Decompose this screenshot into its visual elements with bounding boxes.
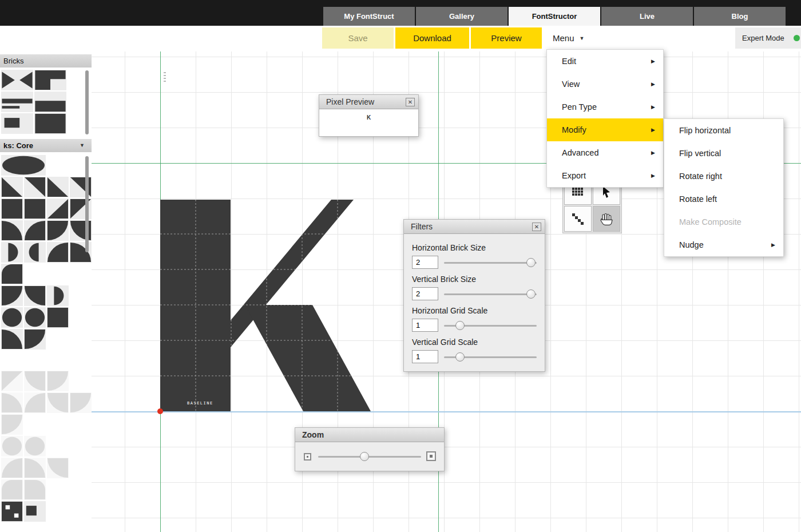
brick-round-tr[interactable] [24,479,46,500]
brick-tri-bl[interactable] [1,177,23,197]
tab-gallery[interactable]: Gallery [416,7,507,26]
brick-square[interactable] [34,113,66,134]
brick-d-right[interactable] [24,242,46,263]
zoom-titlebar[interactable]: Zoom [295,428,444,442]
slider-thumb[interactable] [360,452,369,461]
brick-blank [47,501,69,522]
submenu-item-flip-vertical[interactable]: Flip vertical [664,142,783,165]
brick-tri-tr[interactable] [24,177,46,197]
sidebar-scrollbar-core[interactable] [85,156,89,252]
submenu-item-rotate-right[interactable]: Rotate right [664,165,783,188]
brick-d-left[interactable] [47,285,69,306]
zoom-slider[interactable] [318,451,421,462]
brick-square[interactable] [47,307,69,328]
slider-thumb[interactable] [526,258,536,267]
brick-small-square[interactable] [24,501,46,522]
pixel-preview-titlebar[interactable]: Pixel Preview ✕ [319,95,418,109]
menu-button[interactable]: Menu ▼ [545,27,592,49]
hand-tool-button[interactable] [593,206,620,232]
slider-track[interactable] [318,456,421,458]
brick-quarter-bl[interactable] [1,220,23,241]
zoom-in-icon[interactable] [426,451,436,461]
slider-thumb[interactable] [526,289,536,299]
menu-item-pen-type[interactable]: Pen Type ▶ [547,96,663,118]
brick-tri-tl[interactable] [1,371,23,391]
close-icon[interactable]: ✕ [406,98,415,106]
brick-circle[interactable] [24,307,46,328]
brick-quarter-tl[interactable] [47,371,69,391]
brick-quarter-bl[interactable] [1,392,23,413]
brick-quarter-tr[interactable] [47,458,69,478]
origin-handle[interactable] [157,408,163,414]
brick-quarter-tl[interactable] [1,414,23,435]
brick-quarter-bl[interactable] [24,458,46,478]
slider-track[interactable] [444,262,537,264]
brick-quarter-bl[interactable] [1,329,23,350]
v-brick-size-input[interactable] [412,287,438,300]
sidebar-scrollbar-top[interactable] [85,70,89,134]
brick-d-left[interactable] [1,242,23,263]
expert-mode-toggle[interactable]: Expert Mode [735,27,801,49]
menu-item-view[interactable]: View ▶ [547,73,663,96]
brick-quarter-tl[interactable] [1,285,23,306]
submenu-item-nudge[interactable]: Nudge ▶ [664,233,783,256]
brick-tri-br[interactable] [47,198,69,219]
submenu-item-flip-horizontal[interactable]: Flip horizontal [664,119,783,142]
brick-half-bottom[interactable] [34,92,66,112]
v-grid-scale-slider[interactable] [444,352,537,362]
close-icon[interactable]: ✕ [532,223,541,231]
filters-titlebar[interactable]: Filters ✕ [404,220,545,234]
brick-quarter-tr[interactable] [24,285,46,306]
h-grid-scale-slider[interactable] [444,320,537,331]
brick-quarter-br[interactable] [47,242,69,263]
brick-quarter-br[interactable] [24,392,46,413]
brick-quarter-tr[interactable] [47,392,69,413]
brick-quarter-tl[interactable] [70,392,92,413]
h-grid-scale-input[interactable] [412,319,438,332]
brick-square[interactable] [24,198,46,219]
brick-circle[interactable] [1,307,23,328]
tab-fontstructor[interactable]: FontStructor [509,7,600,26]
slider-thumb[interactable] [455,321,465,330]
tab-live[interactable]: Live [601,7,693,26]
submenu-item-rotate-left[interactable]: Rotate left [664,188,783,211]
brick-quarter-tl[interactable] [47,220,69,241]
brick-quarter-br[interactable] [1,458,23,478]
brick-slash-pair[interactable] [1,70,33,90]
baseline-guide [92,411,801,412]
brick-hbar[interactable] [1,92,33,112]
slider-thumb[interactable] [455,352,465,362]
brick-round-tl[interactable] [1,479,23,500]
brick-corner-tl[interactable] [34,70,66,90]
brick-quarter-tr[interactable] [24,371,46,391]
tab-my-fontstruct[interactable]: My FontStruct [323,7,415,26]
brick-small-square[interactable] [1,113,33,134]
preview-button[interactable]: Preview [471,27,542,49]
menu-item-label: Modify [562,125,586,134]
brick-round-tl[interactable] [1,264,23,284]
tab-blog[interactable]: Blog [694,7,786,26]
brick-quarter-tl[interactable] [24,329,46,350]
brick-dots[interactable] [1,501,23,522]
glyph-letter-k[interactable] [160,200,371,411]
v-grid-scale-input[interactable] [412,350,438,363]
line-tool-button[interactable] [564,206,592,232]
menu-item-export[interactable]: Export ▶ [547,164,663,187]
brick-square[interactable] [1,198,23,219]
download-button[interactable]: Download [395,27,469,49]
menu-item-edit[interactable]: Edit ▶ [547,50,663,73]
brick-oval[interactable] [1,155,46,176]
menu-item-advanced[interactable]: Advanced ▶ [547,141,663,164]
v-brick-size-slider[interactable] [444,289,537,299]
brick-quarter-br[interactable] [24,220,46,241]
h-brick-size-slider[interactable] [444,257,537,268]
save-button[interactable]: Save [322,27,394,49]
brick-tri-bl[interactable] [47,177,69,197]
zoom-out-icon[interactable] [304,453,311,460]
brick-circle[interactable] [1,436,23,456]
slider-track[interactable] [444,293,537,295]
brick-set-header[interactable]: ks: Core ▼ [0,139,92,152]
brick-circle[interactable] [24,436,46,456]
h-brick-size-input[interactable] [412,256,438,269]
menu-item-modify[interactable]: Modify ▶ [547,118,663,141]
